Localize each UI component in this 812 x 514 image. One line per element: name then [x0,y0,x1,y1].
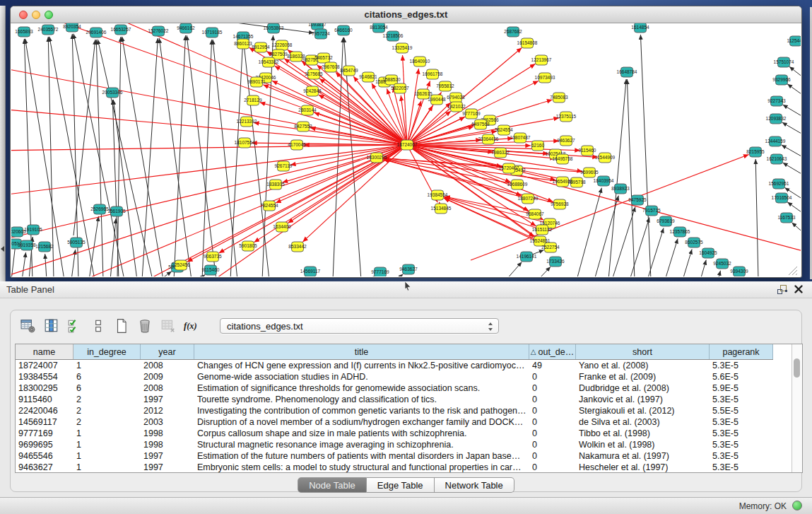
citation-edge-black[interactable] [96,40,103,276]
graph-node[interactable]: 13325419 [392,43,413,53]
graph-node[interactable]: 18403954 [594,176,614,186]
table-cell[interactable]: 5.3E-5 [710,439,773,450]
table-cell[interactable]: 0 [529,405,576,416]
citation-edge-red[interactable] [11,145,407,151]
graph-node[interactable]: 4170046 [288,140,306,150]
graph-node[interactable]: 14196141 [517,252,537,262]
graph-node[interactable]: 1634400 [273,222,291,232]
table-cell[interactable]: Hescheler et al. (1997) [576,462,710,473]
citation-edge-black[interactable] [117,37,121,276]
table-row[interactable]: 911546021997Tourette syndrome. Phenomeno… [16,394,773,405]
graph-node[interactable]: 1733426 [546,257,565,267]
citation-edge-black[interactable] [665,239,678,276]
citation-edge-black[interactable] [368,276,375,276]
graph-node[interactable]: 9463627 [399,264,418,274]
graph-node[interactable]: 13218506 [383,31,404,41]
table-cell[interactable]: 6 [73,371,141,382]
citation-edge-black[interactable] [262,35,273,276]
table-cell[interactable]: 18300295 [16,382,73,394]
graph-node[interactable]: 7957224 [312,29,330,39]
float-panel-icon[interactable] [777,284,788,298]
citation-edge-red[interactable] [384,158,563,182]
table-cell[interactable]: 1 [73,462,141,473]
table-cell[interactable]: 14569117 [16,416,73,428]
table-cell[interactable]: 0 [529,382,576,394]
table-cell[interactable]: 1998 [141,428,194,439]
table-cell[interactable]: 1 [73,360,141,371]
graph-node[interactable]: 11544909 [595,153,616,163]
table-cell[interactable]: 2 [73,394,141,405]
graph-node[interactable]: 12357865 [670,227,690,237]
citation-edge-black[interactable] [22,252,26,276]
citation-edge-red[interactable] [11,145,407,241]
citation-edge-black[interactable] [113,100,137,276]
graph-node[interactable]: 8454749 [340,66,358,76]
graph-node[interactable]: 1167533 [778,213,796,223]
graph-node[interactable]: 12226058 [272,40,293,50]
network-canvas[interactable]: 1665893240355728920354206914061665325715… [11,23,801,276]
graph-node[interactable]: 9115460 [579,146,596,156]
graph-node[interactable]: 8215955 [746,147,765,157]
table-cell[interactable]: Nakamura et al. (1997) [576,450,710,462]
citation-edge-black[interactable] [122,37,163,276]
graph-node[interactable]: 5905135 [67,238,86,247]
graph-node[interactable]: 16648784 [617,67,637,77]
graph-node[interactable]: 1838305 [266,180,285,189]
graph-node[interactable]: 15134845 [431,204,452,214]
table-cell[interactable]: Estimation of the future numbers of pati… [194,450,529,462]
network-table-select[interactable]: citations_edges.txt [220,318,499,334]
table-cell[interactable]: 2 [73,416,141,428]
citation-edge-black[interactable] [782,122,801,136]
citation-edge-red[interactable] [11,109,407,145]
graph-node[interactable]: 9329966 [772,75,791,85]
citation-edge-black[interactable] [627,79,635,276]
graph-node[interactable]: 9466162 [177,23,195,33]
column-header-year[interactable]: year [141,344,194,359]
table-cell[interactable]: 2 [73,405,141,416]
graph-node[interactable]: 7485083 [550,93,568,103]
citation-edge-black[interactable] [594,196,618,276]
column-header-out_de[interactable]: △out_de… [529,344,576,359]
graph-node[interactable]: 16053803 [264,23,284,33]
graph-node[interactable]: 1215682 [35,242,54,252]
graph-node[interactable]: 7915715 [642,206,661,216]
graph-node[interactable]: 6793619 [657,216,675,226]
graph-node[interactable]: 10688609 [507,180,528,189]
graph-node[interactable]: 15692951 [769,179,789,189]
table-cell[interactable]: 5.5E-5 [710,405,773,416]
graph-node[interactable]: 8860123 [234,39,252,49]
table-cell[interactable]: 5.3E-5 [710,394,773,405]
graph-node[interactable]: 20691406 [86,28,107,37]
table-row[interactable]: 1938455462009Genome-wide association stu… [16,371,773,382]
table-cell[interactable]: Wolkin et al. (1998) [576,439,710,450]
citation-edge-red[interactable] [283,145,407,182]
citation-edge-black[interactable] [396,274,404,276]
table-cell[interactable]: 9463627 [16,462,73,473]
panel-collapse-arrow[interactable] [1,246,4,252]
citation-edge-black[interactable] [792,223,801,235]
citation-edge-red[interactable] [276,145,407,203]
graph-node[interactable]: 1561905 [107,206,126,216]
graph-node[interactable]: 2526965 [90,204,109,214]
table-row[interactable]: 2242004622012Investigating the contribut… [16,405,773,416]
citation-edge-black[interactable] [48,37,54,276]
citation-edge-black[interactable] [789,66,801,80]
table-cell[interactable]: Corpus callosum shape and size in male p… [194,428,529,439]
column-header-in_degree[interactable]: in_degree [73,344,141,359]
graph-node[interactable]: 9756928 [551,199,569,209]
close-button[interactable] [19,11,28,19]
table-cell[interactable]: 1997 [141,394,194,405]
table-cell[interactable]: 2008 [141,360,194,371]
graph-node[interactable]: 12213392 [237,117,257,127]
citation-edge-red[interactable] [403,55,407,145]
graph-node[interactable]: 62160 [531,141,544,151]
table-cell[interactable]: 0 [529,439,576,450]
table-cell[interactable]: 6 [73,382,141,394]
table-cell[interactable]: Genome-wide association studies in ADHD. [194,371,529,382]
graph-node[interactable]: 2718129 [244,95,262,105]
graph-node[interactable]: 9463627 [557,136,575,146]
table-row[interactable]: 1872400712008Changes of HCN gene express… [16,360,773,371]
graph-node[interactable]: 9394309 [730,267,748,276]
graph-node[interactable]: 15276022 [148,26,169,36]
column-header-title[interactable]: title [194,344,529,359]
